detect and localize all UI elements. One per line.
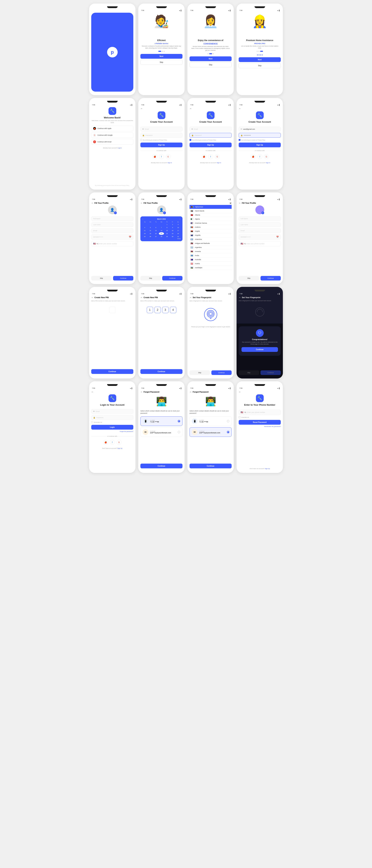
email-option[interactable]: ✉ via Email: and**7ay@yourdomain.com: [189, 427, 231, 437]
day-18[interactable]: 18: [142, 232, 148, 235]
forgot-password-link[interactable]: Forgot the password?: [91, 431, 133, 432]
day-7[interactable]: 7: [159, 226, 164, 229]
privacy-checkbox[interactable]: [141, 139, 142, 141]
signup-link-text[interactable]: Sign Up: [265, 468, 270, 469]
facebook-button[interactable]: f: [159, 154, 164, 159]
country-item-armenia[interactable]: 🇦🇲 Armenia: [189, 249, 231, 254]
day-4[interactable]: 4: [142, 226, 148, 229]
pin-box-4[interactable]: 4: [170, 307, 176, 313]
edit-avatar-button[interactable]: ✏: [163, 212, 166, 214]
skip-button[interactable]: Skip: [239, 63, 281, 68]
skip-button[interactable]: Skip: [91, 276, 112, 281]
apple-button[interactable]: 🍎: [251, 154, 255, 159]
day-1[interactable]: 1: [164, 223, 169, 226]
pin-box-2[interactable]: 2: [154, 307, 161, 313]
email-field[interactable]: Email: [239, 228, 281, 233]
remember-checkbox[interactable]: [239, 416, 241, 418]
day-28[interactable]: 28: [159, 235, 164, 238]
next-button[interactable]: Next: [189, 56, 231, 61]
day-11[interactable]: 11: [142, 229, 148, 232]
skip-button[interactable]: Skip: [141, 276, 161, 281]
avatar-upload[interactable]: 👤 ✏: [108, 206, 117, 214]
day-19[interactable]: 19: [148, 232, 153, 235]
password-field[interactable]: 🔒 Password: [189, 133, 231, 137]
pin-box-3[interactable]: 3: [162, 307, 168, 313]
country-item-afghanistan[interactable]: 🇦🇫 Afghanistan: [189, 205, 231, 209]
email-field[interactable]: ✉ Email: [141, 127, 183, 131]
day-13[interactable]: 13: [153, 229, 158, 232]
password-field[interactable]: 🔒 Password: [141, 133, 183, 137]
country-item-australia[interactable]: 🇦🇺 Australia: [189, 258, 231, 262]
continue-button[interactable]: Continue: [141, 464, 183, 468]
day-5[interactable]: 5: [148, 226, 153, 229]
facebook-button[interactable]: f: [208, 154, 213, 159]
day-16[interactable]: 16: [170, 229, 175, 232]
edit-avatar-button[interactable]: ✏: [114, 212, 117, 214]
edit-avatar-button[interactable]: ✏: [261, 212, 264, 214]
day-21[interactable]: 21: [159, 232, 164, 235]
back-button[interactable]: ←: [141, 391, 143, 393]
back-button[interactable]: ←: [189, 391, 192, 393]
country-item-aland[interactable]: 🇦🇽 Aland Islands: [189, 209, 231, 213]
avatar-upload[interactable]: ✏: [255, 206, 264, 214]
skip-button[interactable]: Skip: [239, 276, 259, 281]
day-26[interactable]: 26: [148, 235, 153, 238]
signup-button[interactable]: Sign Up: [189, 143, 231, 147]
remember-password-link[interactable]: Remember the password?: [239, 426, 281, 427]
google-button[interactable]: G: [117, 440, 122, 445]
signin-link[interactable]: Sign In: [217, 162, 221, 163]
country-item-azerbaijan[interactable]: 🇦🇿 Azerbaijan: [189, 266, 231, 270]
signup-button[interactable]: Sign Up: [141, 143, 183, 147]
continue-button[interactable]: Continue: [162, 276, 183, 281]
back-button[interactable]: ←: [91, 202, 94, 205]
phone-field[interactable]: 🇺🇸 +1 Enter your phone number: [239, 241, 281, 246]
login-link[interactable]: Log In: [118, 147, 122, 149]
day-30[interactable]: 30: [170, 235, 175, 238]
remember-checkbox[interactable]: [91, 421, 93, 423]
day-17[interactable]: 17: [176, 229, 181, 232]
email-field[interactable]: ✉ user@gmail.com: [239, 127, 281, 131]
country-item-andorra[interactable]: 🇦🇩 Andorra: [189, 225, 231, 229]
facebook-button[interactable]: f: [257, 154, 262, 159]
back-button[interactable]: ←: [141, 202, 143, 205]
facebook-button[interactable]: f: [110, 440, 115, 445]
skip-button[interactable]: Skip: [189, 62, 231, 67]
continue-button[interactable]: Continue: [260, 276, 281, 281]
signup-button[interactable]: Sign Up: [239, 143, 281, 147]
pin-box-1[interactable]: 1: [147, 307, 153, 313]
country-item-american-samoa[interactable]: 🇦🇸 American Samoa: [189, 221, 231, 225]
continue-button[interactable]: Continue: [211, 370, 232, 375]
password-field[interactable]: 🔒 ••••••••: [239, 133, 281, 137]
login-button[interactable]: Login: [91, 425, 133, 430]
country-item-angola[interactable]: 🇦🇴 Angola: [189, 229, 231, 233]
country-item-aruba[interactable]: 🇦🇼 Aruba: [189, 254, 231, 258]
apple-button[interactable]: 🍎: [152, 154, 157, 159]
google-button[interactable]: G: [215, 154, 220, 159]
next-button[interactable]: Next: [239, 57, 281, 62]
sms-option[interactable]: 📱 via SMS: +1 (3) ****99: [141, 416, 183, 426]
day-25[interactable]: 25: [142, 235, 148, 238]
country-item-argentina[interactable]: 🇦🇷 Argentina: [189, 245, 231, 249]
continue-button[interactable]: Continue: [91, 369, 133, 374]
privacy-checkbox[interactable]: [189, 139, 191, 141]
apple-button[interactable]: 🍎: [202, 154, 207, 159]
privacy-checkbox[interactable]: [239, 139, 241, 141]
close-picker-button[interactable]: ✕: [229, 202, 231, 205]
pin-box-1[interactable]: [109, 307, 116, 313]
country-item-anguilla[interactable]: 🇦🇮 Anguilla: [189, 233, 231, 237]
day-23[interactable]: 23: [170, 232, 175, 235]
phone-field[interactable]: 🇺🇸 +1 Enter your phone number: [91, 241, 133, 246]
back-button[interactable]: ←: [141, 296, 143, 299]
email-option[interactable]: ✉ via Email: and**7ay@yourdomain.com: [141, 427, 183, 437]
reset-password-button[interactable]: Reset Password: [239, 420, 281, 425]
signup-link-text[interactable]: Sign Up: [117, 447, 122, 449]
continue-button[interactable]: Continue: [113, 276, 133, 281]
next-month-button[interactable]: →: [179, 218, 181, 220]
day-29[interactable]: 29: [164, 235, 169, 238]
back-button[interactable]: ←: [91, 296, 94, 299]
day-10[interactable]: 10: [176, 226, 181, 229]
fullname-field[interactable]: Full Name: [239, 216, 281, 221]
back-button[interactable]: ←: [141, 107, 183, 110]
back-button[interactable]: ←: [189, 296, 192, 299]
email-login-button[interactable]: ✉ Continue with Email: [91, 139, 133, 145]
